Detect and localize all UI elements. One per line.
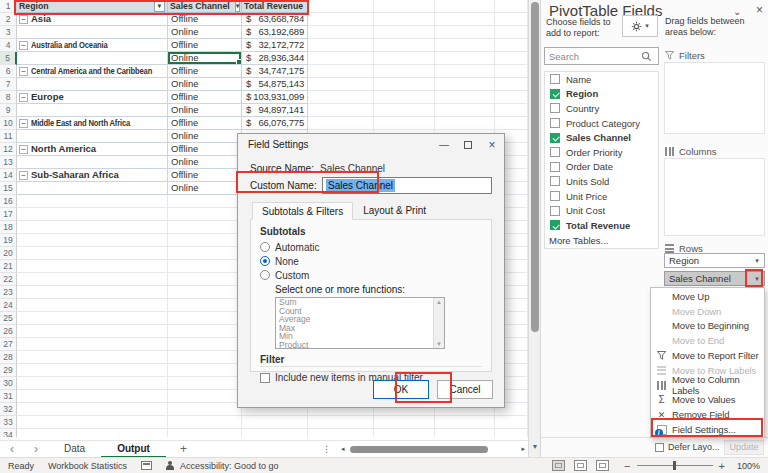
- row-header[interactable]: 4: [0, 39, 17, 52]
- empty-cell[interactable]: [374, 416, 435, 429]
- tab-subtotals-filters[interactable]: Subtotals & Filters: [252, 202, 353, 220]
- field-list-item[interactable]: Region: [545, 87, 658, 102]
- empty-cell[interactable]: [435, 117, 495, 130]
- tools-button[interactable]: ▾: [622, 15, 658, 37]
- pivot-channel-cell[interactable]: [168, 364, 242, 377]
- empty-cell[interactable]: [374, 0, 435, 13]
- empty-cell[interactable]: [308, 416, 374, 429]
- empty-cell[interactable]: [435, 104, 495, 117]
- menu-item-move-to-report-filter[interactable]: Move to Report Filter: [651, 348, 764, 363]
- pivot-channel-cell[interactable]: Offline: [168, 39, 242, 52]
- pivot-row-label-cell[interactable]: −Central America and the Caribbean: [17, 65, 168, 78]
- pivot-channel-cell[interactable]: [168, 286, 242, 299]
- collapse-icon[interactable]: −: [19, 171, 28, 180]
- field-list-item[interactable]: Unit Price: [545, 189, 658, 204]
- empty-cell[interactable]: [435, 26, 495, 39]
- empty-cell[interactable]: [308, 117, 374, 130]
- pivot-channel-cell[interactable]: Online: [168, 104, 242, 117]
- horizontal-scrollbar[interactable]: ◂ ▸: [338, 441, 528, 458]
- pivot-row-label-cell[interactable]: [17, 26, 168, 39]
- empty-cell[interactable]: [495, 78, 528, 91]
- pivot-row-label-cell[interactable]: [17, 221, 168, 234]
- tab-layout-print[interactable]: Layout & Print: [353, 201, 436, 219]
- rows-field-region[interactable]: Region ▾: [664, 253, 765, 268]
- search-box[interactable]: [544, 47, 659, 65]
- checkbox-icon[interactable]: [655, 443, 664, 452]
- empty-cell[interactable]: [308, 26, 374, 39]
- row-header[interactable]: 23: [0, 286, 17, 299]
- pivot-row-label-cell[interactable]: [17, 390, 168, 403]
- radio-none[interactable]: None: [260, 254, 482, 268]
- zoom-slider[interactable]: − +: [618, 460, 731, 472]
- row-header[interactable]: 25: [0, 312, 17, 325]
- pivot-channel-cell[interactable]: [168, 260, 242, 273]
- normal-view-icon[interactable]: [552, 460, 565, 471]
- pivot-channel-cell[interactable]: Online: [168, 78, 242, 91]
- pivot-value-cell[interactable]: $94,897,141: [242, 104, 308, 117]
- pivot-channel-cell[interactable]: Online: [168, 130, 242, 143]
- empty-cell[interactable]: [308, 104, 374, 117]
- empty-cell[interactable]: [308, 13, 374, 26]
- row-header[interactable]: 21: [0, 260, 17, 273]
- zoom-level[interactable]: 100%: [737, 461, 760, 471]
- menu-item-move-to-beginning[interactable]: Move to Beginning: [651, 319, 764, 334]
- field-list-item[interactable]: Order Date: [545, 160, 658, 175]
- pivot-channel-cell[interactable]: Online: [168, 156, 242, 169]
- pivot-channel-cell[interactable]: [168, 351, 242, 364]
- pivot-row-label-cell[interactable]: −Asia: [17, 13, 168, 26]
- empty-cell[interactable]: [374, 429, 435, 437]
- pivot-channel-cell[interactable]: [168, 390, 242, 403]
- pivot-row-label-cell[interactable]: −Sub-Saharan Africa: [17, 169, 168, 182]
- pivot-channel-cell[interactable]: [168, 234, 242, 247]
- empty-cell[interactable]: [374, 65, 435, 78]
- empty-cell[interactable]: [495, 13, 528, 26]
- row-header[interactable]: 34: [0, 429, 17, 437]
- pivot-channel-cell[interactable]: Offline: [168, 169, 242, 182]
- empty-cell[interactable]: [308, 52, 374, 65]
- pivot-channel-cell[interactable]: Offline: [168, 13, 242, 26]
- radio-custom[interactable]: Custom: [260, 268, 482, 282]
- accessibility-status[interactable]: Accessibility: Good to go: [180, 461, 279, 471]
- field-checkbox-icon[interactable]: [550, 74, 560, 84]
- empty-cell[interactable]: [495, 429, 528, 437]
- pivot-value-cell[interactable]: $34,747,175: [242, 65, 308, 78]
- empty-cell[interactable]: [435, 39, 495, 52]
- empty-cell[interactable]: [308, 39, 374, 52]
- row-header[interactable]: 2: [0, 13, 17, 26]
- more-tables-link[interactable]: More Tables...: [545, 233, 658, 246]
- field-list-item[interactable]: Units Sold: [545, 174, 658, 189]
- zoom-slider-thumb[interactable]: [673, 461, 676, 470]
- pivot-row-label-cell[interactable]: [17, 273, 168, 286]
- pivot-row-label-cell[interactable]: [17, 351, 168, 364]
- function-option[interactable]: Max: [276, 324, 433, 333]
- pivot-row-label-cell[interactable]: −North America: [17, 143, 168, 156]
- pivot-row-label-cell[interactable]: [17, 429, 168, 437]
- row-header[interactable]: 24: [0, 299, 17, 312]
- collapse-icon[interactable]: −: [19, 67, 28, 76]
- menu-item-field-settings[interactable]: Field Settings...: [651, 422, 764, 437]
- pivot-row-label-cell[interactable]: −Middle East and North Africa: [17, 117, 168, 130]
- search-input[interactable]: [545, 51, 641, 62]
- empty-cell[interactable]: [495, 52, 528, 65]
- empty-cell[interactable]: [435, 0, 495, 13]
- field-list-item[interactable]: Unit Cost: [545, 203, 658, 218]
- pivot-row-label-cell[interactable]: [17, 325, 168, 338]
- row-header[interactable]: 30: [0, 377, 17, 390]
- empty-cell[interactable]: [435, 416, 495, 429]
- row-header[interactable]: 1: [0, 0, 17, 13]
- columns-drop-area[interactable]: [664, 158, 765, 236]
- empty-cell[interactable]: [435, 52, 495, 65]
- empty-cell[interactable]: [495, 91, 528, 104]
- field-checkbox-icon[interactable]: [550, 147, 560, 157]
- pivot-channel-cell[interactable]: Online: [168, 26, 242, 39]
- empty-cell[interactable]: [308, 78, 374, 91]
- pivot-row-label-cell[interactable]: [17, 403, 168, 416]
- zoom-in-icon[interactable]: +: [713, 460, 731, 472]
- pivot-value-cell[interactable]: [242, 416, 308, 429]
- pivot-channel-cell[interactable]: [168, 429, 242, 437]
- vertical-scrollbar-thumb[interactable]: [531, 2, 539, 332]
- functions-listbox[interactable]: SumCountAverageMaxMinProduct ▲ ▼: [275, 297, 445, 349]
- custom-name-input[interactable]: Sales Channel: [322, 177, 492, 194]
- field-checkbox-icon[interactable]: [550, 176, 560, 186]
- pivot-row-label-cell[interactable]: [17, 104, 168, 117]
